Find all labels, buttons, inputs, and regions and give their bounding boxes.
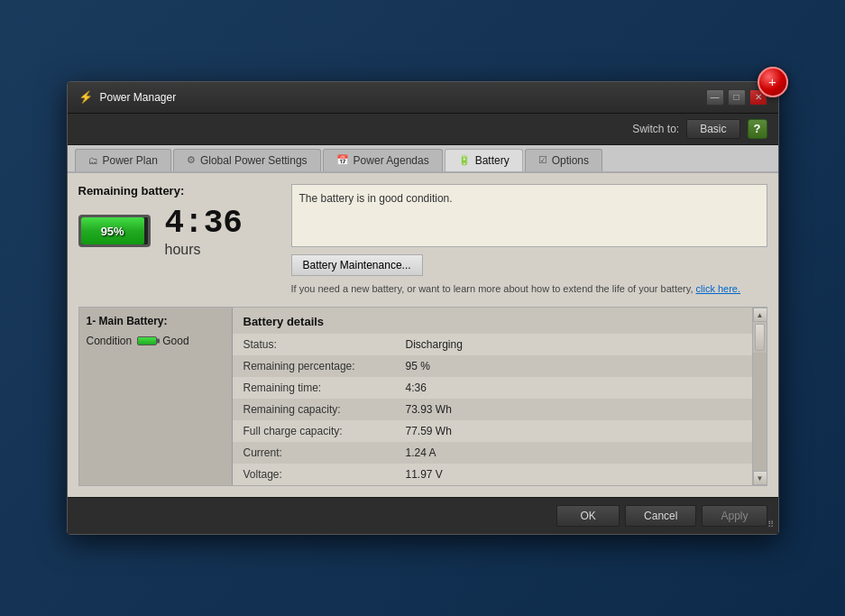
table-row: Full charge capacity:77.59 Wh (233, 420, 767, 442)
detail-label: Remaining capacity: (233, 399, 395, 420)
scroll-down-button[interactable]: ▼ (753, 471, 767, 485)
table-row: Status:Discharging (233, 334, 767, 355)
cancel-button[interactable]: Cancel (625, 505, 696, 527)
battery-details-table: Status:DischargingRemaining percentage:9… (233, 334, 767, 485)
detail-label: Remaining percentage: (233, 355, 395, 377)
scroll-up-button[interactable]: ▲ (753, 308, 767, 322)
battery-body: 95% (78, 215, 151, 247)
battery-time-unit: hours (165, 242, 201, 257)
detail-value: 11.97 V (395, 464, 767, 485)
power-agendas-icon: 📅 (336, 154, 349, 166)
battery-info-text: If you need a new battery, or want to le… (291, 281, 767, 297)
battery-condition-value: Good (162, 335, 188, 347)
tab-power-plan[interactable]: 🗂 Power Plan (75, 149, 171, 171)
window-icon: ⚡ (78, 90, 93, 104)
detail-value: 77.59 Wh (395, 420, 767, 442)
apply-button[interactable]: Apply (702, 505, 767, 527)
click-here-link[interactable]: click here. (696, 283, 741, 294)
scrollbar[interactable]: ▲ ▼ (752, 308, 767, 485)
detail-label: Full charge capacity: (233, 420, 395, 442)
battery-details-section: 1- Main Battery: Condition Good Battery … (78, 307, 767, 486)
battery-status-text: The battery is in good condition. (299, 192, 453, 205)
detail-label: Current: (233, 442, 395, 464)
remaining-battery-label: Remaining battery: (78, 184, 277, 198)
detail-value: 95 % (395, 355, 767, 377)
options-icon: ☑ (538, 154, 547, 166)
battery-time: 4:36 (165, 205, 243, 242)
tab-options[interactable]: ☑ Options (525, 149, 602, 171)
main-content: Remaining battery: 95% 4:36 (68, 173, 778, 498)
table-row: Voltage:11.97 V (233, 464, 767, 485)
table-row: Current:1.24 A (233, 442, 767, 464)
detail-value: 4:36 (395, 377, 767, 399)
title-bar: ⚡ Power Manager — □ ✕ (68, 82, 778, 114)
window-title: Power Manager (100, 91, 177, 104)
help-button[interactable]: ? (748, 119, 767, 139)
detail-label: Voltage: (233, 464, 395, 485)
battery-display: 95% 4:36 hours (78, 205, 277, 258)
footer: OK Cancel Apply (68, 497, 778, 534)
battery-time-display: 4:36 hours (165, 205, 277, 258)
switch-to-label: Switch to: (632, 123, 679, 135)
battery-list-panel: 1- Main Battery: Condition Good (79, 308, 233, 485)
battery-maintenance-button[interactable]: Battery Maintenance... (291, 254, 423, 276)
minimize-button[interactable]: — (706, 89, 724, 106)
tab-bar: 🗂 Power Plan ⚙ Global Power Settings 📅 P… (68, 145, 778, 173)
battery-icon-wrapper: 95% (78, 215, 151, 247)
title-bar-left: ⚡ Power Manager (78, 90, 177, 104)
battery-tab-icon: 🔋 (458, 154, 471, 166)
toolbar: Switch to: Basic ? (68, 114, 778, 145)
table-row: Remaining time:4:36 (233, 377, 767, 399)
scrollbar-thumb[interactable] (755, 324, 765, 351)
basic-switch-button[interactable]: Basic (686, 119, 739, 139)
detail-value: 1.24 A (395, 442, 767, 464)
battery-fill: 95% (81, 217, 144, 244)
power-plan-icon: 🗂 (88, 155, 98, 166)
ok-button[interactable]: OK (556, 505, 620, 527)
battery-condition-label: Condition (87, 335, 133, 347)
battery-tip (150, 225, 151, 237)
title-bar-controls: — □ ✕ (706, 89, 767, 106)
global-power-icon: ⚙ (187, 154, 196, 166)
detail-value: 73.93 Wh (395, 399, 767, 420)
battery-percentage: 95% (101, 225, 124, 238)
tab-global-power-settings[interactable]: ⚙ Global Power Settings (173, 149, 321, 171)
detail-label: Status: (233, 334, 395, 355)
battery-details-panel: Battery details Status:DischargingRemain… (233, 308, 767, 485)
resize-handle[interactable]: ⠿ (767, 519, 774, 529)
battery-details-title: Battery details (233, 308, 767, 334)
notification-badge: + (758, 67, 788, 97)
power-manager-window: ⚡ Power Manager — □ ✕ Switch to: Basic ?… (67, 81, 779, 536)
table-row: Remaining percentage:95 % (233, 355, 767, 377)
tab-battery[interactable]: 🔋 Battery (445, 149, 523, 171)
table-row: Remaining capacity:73.93 Wh (233, 399, 767, 420)
battery-status-box: The battery is in good condition. (291, 184, 767, 247)
detail-label: Remaining time: (233, 377, 395, 399)
battery-status-panel: The battery is in good condition. Batter… (291, 184, 767, 297)
mini-battery-icon (137, 336, 157, 345)
battery-list-item[interactable]: Condition Good (87, 335, 225, 347)
battery-list-title: 1- Main Battery: (87, 315, 225, 327)
battery-visual-panel: Remaining battery: 95% 4:36 (78, 184, 277, 297)
restore-button[interactable]: □ (728, 89, 746, 106)
top-section: Remaining battery: 95% 4:36 (78, 184, 767, 297)
detail-value: Discharging (395, 334, 767, 355)
tab-power-agendas[interactable]: 📅 Power Agendas (323, 149, 443, 171)
scrollbar-track-inner (753, 353, 767, 471)
